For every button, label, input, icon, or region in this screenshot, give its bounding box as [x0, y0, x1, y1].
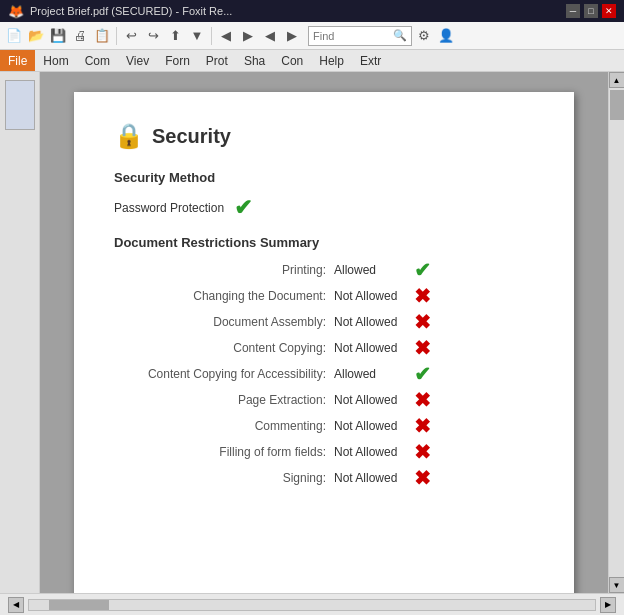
menu-bar: File Hom Com Viev Forn Prot Sha Con Help…: [0, 50, 624, 72]
nav-forward2-icon[interactable]: ▶: [282, 26, 302, 46]
restriction-assembly: Document Assembly: Not Allowed ✖: [114, 312, 534, 332]
menu-connect[interactable]: Con: [273, 50, 311, 71]
restriction-signing-value: Not Allowed: [334, 471, 414, 485]
horizontal-scroll-thumb[interactable]: [49, 600, 109, 610]
settings-icon[interactable]: ⚙: [414, 26, 434, 46]
menu-form[interactable]: Forn: [157, 50, 198, 71]
menu-help[interactable]: Help: [311, 50, 352, 71]
separator-1: [116, 27, 117, 45]
restriction-commenting-icon: ✖: [414, 416, 431, 436]
user-icon[interactable]: 👤: [436, 26, 456, 46]
password-check-icon: ✔: [234, 197, 252, 219]
restriction-printing-value: Allowed: [334, 263, 414, 277]
toolbar: 📄 📂 💾 🖨 📋 ↩ ↪ ⬆ ▼ ◀ ▶ ◀ ▶ 🔍 ⚙ 👤: [0, 22, 624, 50]
print-icon[interactable]: 🖨: [70, 26, 90, 46]
restriction-extraction: Page Extraction: Not Allowed ✖: [114, 390, 534, 410]
menu-protect[interactable]: Prot: [198, 50, 236, 71]
properties-icon[interactable]: 📋: [92, 26, 112, 46]
restriction-signing-label: Signing:: [114, 471, 334, 485]
restriction-commenting-value: Not Allowed: [334, 419, 414, 433]
restriction-commenting-label: Commenting:: [114, 419, 334, 433]
restriction-formfields: Filling of form fields: Not Allowed ✖: [114, 442, 534, 462]
menu-view[interactable]: Viev: [118, 50, 157, 71]
search-icon[interactable]: 🔍: [393, 29, 407, 42]
restriction-commenting: Commenting: Not Allowed ✖: [114, 416, 534, 436]
security-title: Security: [152, 125, 231, 148]
restriction-formfields-label: Filling of form fields:: [114, 445, 334, 459]
close-button[interactable]: ✕: [602, 4, 616, 18]
dropdown-icon[interactable]: ▼: [187, 26, 207, 46]
restriction-extraction-value: Not Allowed: [334, 393, 414, 407]
new-icon[interactable]: 📄: [4, 26, 24, 46]
restriction-accessibility: Content Copying for Accessibility: Allow…: [114, 364, 534, 384]
password-label: Password Protection: [114, 201, 224, 215]
select-icon[interactable]: ⬆: [165, 26, 185, 46]
scroll-thumb[interactable]: [610, 90, 624, 120]
vertical-scrollbar[interactable]: ▲ ▼: [608, 72, 624, 593]
security-header: 🔒 Security: [114, 122, 534, 150]
restriction-changing-label: Changing the Document:: [114, 289, 334, 303]
menu-home[interactable]: Hom: [35, 50, 76, 71]
restriction-assembly-icon: ✖: [414, 312, 431, 332]
window-controls[interactable]: ─ □ ✕: [566, 4, 616, 18]
menu-extra[interactable]: Extr: [352, 50, 389, 71]
title-bar: 🦊 Project Brief.pdf (SECURED) - Foxit Re…: [0, 0, 624, 22]
pdf-area[interactable]: 🔒 Security Security Method Password Prot…: [40, 72, 608, 593]
scroll-down-button[interactable]: ▼: [609, 577, 625, 593]
restrictions-title: Document Restrictions Summary: [114, 235, 534, 250]
menu-share[interactable]: Sha: [236, 50, 273, 71]
nav-back2-icon[interactable]: ◀: [260, 26, 280, 46]
restriction-extraction-label: Page Extraction:: [114, 393, 334, 407]
app-icon: 🦊: [8, 4, 24, 19]
menu-file[interactable]: File: [0, 50, 35, 71]
save-icon[interactable]: 💾: [48, 26, 68, 46]
restriction-printing-icon: ✔: [414, 260, 431, 280]
restriction-signing: Signing: Not Allowed ✖: [114, 468, 534, 488]
menu-comment[interactable]: Com: [77, 50, 118, 71]
restriction-formfields-value: Not Allowed: [334, 445, 414, 459]
scroll-left-button[interactable]: ◀: [8, 597, 24, 613]
security-method-label: Security Method: [114, 170, 534, 185]
restriction-printing: Printing: Allowed ✔: [114, 260, 534, 280]
restriction-changing-value: Not Allowed: [334, 289, 414, 303]
scroll-track: [609, 88, 624, 577]
open-icon[interactable]: 📂: [26, 26, 46, 46]
nav-back-icon[interactable]: ◀: [216, 26, 236, 46]
restriction-assembly-label: Document Assembly:: [114, 315, 334, 329]
restriction-accessibility-icon: ✔: [414, 364, 431, 384]
restriction-accessibility-value: Allowed: [334, 367, 414, 381]
restriction-changing-icon: ✖: [414, 286, 431, 306]
password-row: Password Protection ✔: [114, 197, 534, 219]
restriction-copying-value: Not Allowed: [334, 341, 414, 355]
search-box[interactable]: 🔍: [308, 26, 412, 46]
restriction-changing: Changing the Document: Not Allowed ✖: [114, 286, 534, 306]
restriction-copying-icon: ✖: [414, 338, 431, 358]
separator-2: [211, 27, 212, 45]
restriction-signing-icon: ✖: [414, 468, 431, 488]
restore-button[interactable]: □: [584, 4, 598, 18]
restriction-formfields-icon: ✖: [414, 442, 431, 462]
main-area: 🔒 Security Security Method Password Prot…: [0, 72, 624, 593]
panel-tab-1[interactable]: [5, 80, 35, 130]
scroll-right-button[interactable]: ▶: [600, 597, 616, 613]
scroll-up-button[interactable]: ▲: [609, 72, 625, 88]
minimize-button[interactable]: ─: [566, 4, 580, 18]
window-title: Project Brief.pdf (SECURED) - Foxit Re..…: [30, 5, 232, 17]
restriction-accessibility-label: Content Copying for Accessibility:: [114, 367, 334, 381]
undo-icon[interactable]: ↩: [121, 26, 141, 46]
lock-icon: 🔒: [114, 122, 142, 150]
bottom-bar: ◀ ▶: [0, 593, 624, 615]
restriction-assembly-value: Not Allowed: [334, 315, 414, 329]
restriction-printing-label: Printing:: [114, 263, 334, 277]
title-bar-left: 🦊 Project Brief.pdf (SECURED) - Foxit Re…: [8, 4, 232, 19]
search-input[interactable]: [313, 30, 393, 42]
pdf-page: 🔒 Security Security Method Password Prot…: [74, 92, 574, 593]
restriction-extraction-icon: ✖: [414, 390, 431, 410]
left-panel: [0, 72, 40, 593]
redo-icon[interactable]: ↪: [143, 26, 163, 46]
horizontal-scrollbar[interactable]: [28, 599, 596, 611]
restriction-copying: Content Copying: Not Allowed ✖: [114, 338, 534, 358]
nav-forward-icon[interactable]: ▶: [238, 26, 258, 46]
restriction-copying-label: Content Copying:: [114, 341, 334, 355]
